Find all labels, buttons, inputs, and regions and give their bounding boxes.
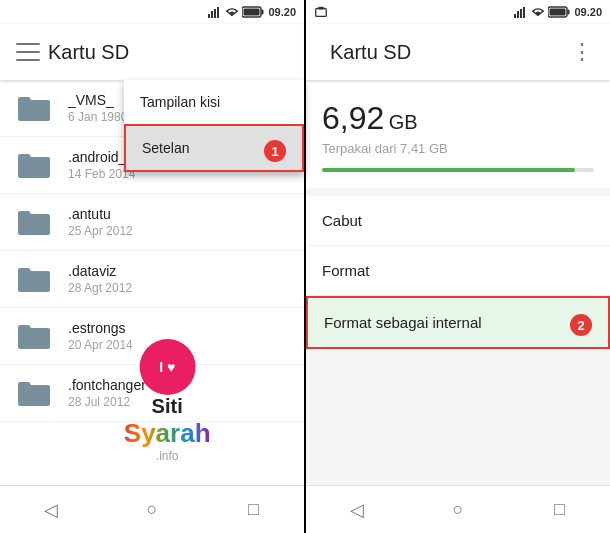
file-name: _VMS_ xyxy=(68,92,127,108)
right-nav-bar: ◁ ○ □ xyxy=(306,485,610,533)
svg-rect-8 xyxy=(318,7,323,10)
right-status-bar: 09.20 xyxy=(306,0,610,24)
file-date: 28 Agt 2012 xyxy=(68,281,132,295)
left-nav-bar: ◁ ○ □ xyxy=(0,485,304,533)
file-name: .fontchanger xyxy=(68,377,146,393)
svg-rect-9 xyxy=(514,14,516,18)
left-app-bar: Kartu SD Tampilan kisi Setelan 1 xyxy=(0,24,304,80)
right-recents-button[interactable]: □ xyxy=(539,490,579,530)
file-info: .fontchanger 28 Jul 2012 xyxy=(68,377,146,409)
svg-rect-3 xyxy=(217,7,219,18)
right-time: 09.20 xyxy=(574,6,602,18)
menu-item-format-internal[interactable]: Format sebagai internal 2 xyxy=(306,296,610,349)
list-item[interactable]: .dataviz 28 Agt 2012 xyxy=(0,251,304,308)
hamburger-menu-icon[interactable] xyxy=(16,43,40,61)
storage-progress-fill xyxy=(322,168,575,172)
svg-rect-7 xyxy=(316,9,327,17)
file-date: 28 Jul 2012 xyxy=(68,395,146,409)
right-back-button[interactable]: ◁ xyxy=(337,490,377,530)
file-info: _VMS_ 6 Jan 1980 xyxy=(68,92,127,124)
storage-menu-list: Cabut Format Format sebagai internal 2 xyxy=(306,196,610,349)
left-screen: 09.20 Kartu SD Tampilan kisi Setelan 1 _… xyxy=(0,0,304,533)
right-status-icons xyxy=(514,6,570,18)
battery-icon xyxy=(242,6,264,18)
format-internal-badge: 2 xyxy=(570,314,592,336)
dropdown-item-settings[interactable]: Setelan 1 xyxy=(124,124,304,172)
file-info: .estrongs 20 Apr 2014 xyxy=(68,320,133,352)
settings-badge: 1 xyxy=(264,140,286,162)
left-time: 09.20 xyxy=(268,6,296,18)
svg-rect-0 xyxy=(208,14,210,18)
svg-rect-5 xyxy=(262,10,264,15)
right-app-title: Kartu SD xyxy=(330,41,411,64)
folder-icon xyxy=(16,378,52,408)
svg-rect-15 xyxy=(550,9,566,16)
svg-rect-10 xyxy=(517,11,519,18)
storage-progress-bar xyxy=(322,168,594,172)
more-options-icon[interactable]: ⋮ xyxy=(571,39,594,65)
svg-rect-12 xyxy=(523,7,525,18)
folder-icon xyxy=(16,264,52,294)
file-info: .dataviz 28 Agt 2012 xyxy=(68,263,132,295)
back-button[interactable]: ◁ xyxy=(31,490,71,530)
home-button[interactable]: ○ xyxy=(132,490,172,530)
svg-rect-11 xyxy=(520,9,522,18)
right-home-button[interactable]: ○ xyxy=(438,490,478,530)
file-name: .antutu xyxy=(68,206,133,222)
svg-rect-1 xyxy=(211,11,213,18)
list-item[interactable]: .estrongs 20 Apr 2014 xyxy=(0,308,304,365)
recents-button[interactable]: □ xyxy=(233,490,273,530)
notification-icon xyxy=(314,6,328,18)
file-date: 20 Apr 2014 xyxy=(68,338,133,352)
file-name: .estrongs xyxy=(68,320,133,336)
spacer xyxy=(306,349,610,485)
folder-icon xyxy=(16,321,52,351)
menu-item-eject[interactable]: Cabut xyxy=(306,196,610,246)
left-app-title: Kartu SD xyxy=(48,41,129,64)
left-status-bar: 09.20 xyxy=(0,0,304,24)
svg-rect-6 xyxy=(244,9,260,16)
storage-label: Terpakai dari 7,41 GB xyxy=(322,141,594,156)
svg-rect-14 xyxy=(568,10,570,15)
left-status-icons xyxy=(208,6,264,18)
dropdown-menu: Tampilan kisi Setelan 1 xyxy=(124,80,304,172)
right-screen: 09.20 Kartu SD ⋮ 6,92 GB Terpakai dari 7… xyxy=(306,0,610,533)
right-app-bar: Kartu SD ⋮ xyxy=(306,24,610,80)
storage-unit: GB xyxy=(389,111,418,133)
file-info: .antutu 25 Apr 2012 xyxy=(68,206,133,238)
wifi-icon xyxy=(225,6,239,18)
folder-icon xyxy=(16,150,52,180)
storage-size-display: 6,92 GB xyxy=(322,100,594,137)
signal-icon-right xyxy=(514,6,528,18)
list-item[interactable]: .fontchanger 28 Jul 2012 xyxy=(0,365,304,422)
storage-section: 6,92 GB Terpakai dari 7,41 GB xyxy=(306,80,610,188)
dropdown-item-grid[interactable]: Tampilan kisi xyxy=(124,80,304,124)
list-item[interactable]: .antutu 25 Apr 2012 xyxy=(0,194,304,251)
wifi-icon-right xyxy=(531,6,545,18)
file-name: .dataviz xyxy=(68,263,132,279)
file-date: 6 Jan 1980 xyxy=(68,110,127,124)
svg-rect-2 xyxy=(214,9,216,18)
folder-icon xyxy=(16,207,52,237)
storage-size: 6,92 xyxy=(322,100,384,136)
file-date: 25 Apr 2012 xyxy=(68,224,133,238)
battery-icon-right xyxy=(548,6,570,18)
menu-item-format[interactable]: Format xyxy=(306,246,610,296)
signal-icon xyxy=(208,6,222,18)
folder-icon xyxy=(16,93,52,123)
